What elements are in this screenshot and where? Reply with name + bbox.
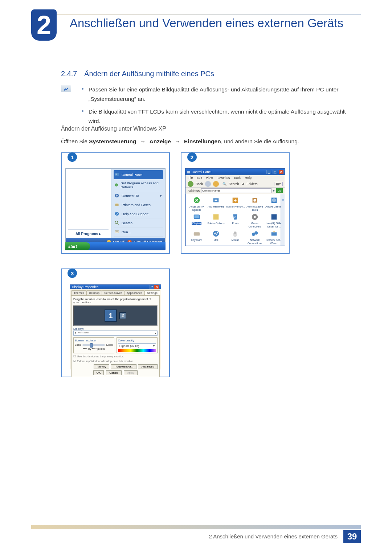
color-quality-box: Color quality Highest (32 bit) ▾ xyxy=(117,337,158,353)
identify-button[interactable]: Identify xyxy=(94,364,110,369)
chevron-down-icon: ▾ xyxy=(155,332,156,335)
step-badge: 1 xyxy=(68,152,77,162)
svg-rect-25 xyxy=(271,214,277,220)
tab-themes[interactable]: Themes xyxy=(71,290,87,295)
menu-item-icon xyxy=(114,220,119,225)
control-panel-item[interactable]: Add Hardware xyxy=(207,196,225,212)
item-icon xyxy=(193,230,201,238)
close-button[interactable]: ✕ xyxy=(279,170,283,174)
control-panel-item[interactable]: Accessibility Options xyxy=(187,196,206,212)
chapter-title: Anschließen und Verwenden eines externen… xyxy=(70,16,359,30)
item-icon xyxy=(231,230,239,238)
start-menu-item[interactable]: Connect To▸ xyxy=(114,191,163,200)
tab-screen-saver[interactable]: Screen Saver xyxy=(102,290,124,295)
svg-text:A: A xyxy=(234,215,237,219)
forward-icon[interactable] xyxy=(205,181,211,187)
back-icon[interactable] xyxy=(188,181,193,187)
search-icon[interactable]: 🔍 xyxy=(222,182,226,186)
svg-text:?: ? xyxy=(116,212,118,216)
menu-item[interactable]: Edit xyxy=(197,176,203,180)
menu-item[interactable]: Favorites xyxy=(216,176,230,180)
header-rule xyxy=(31,14,361,15)
resolution-slider[interactable] xyxy=(82,344,105,346)
display-dropdown[interactable]: 1. ********** ▾ xyxy=(73,331,158,336)
chapter-number: 2 xyxy=(37,12,51,38)
up-icon[interactable] xyxy=(213,181,219,187)
go-button[interactable]: Go xyxy=(276,188,283,193)
start-menu-right: Control PanelSet Program Access and Defa… xyxy=(111,169,165,238)
dropdown-icon[interactable]: ▾ xyxy=(273,189,275,193)
start-menu-item[interactable]: Printers and Faxes xyxy=(114,200,163,209)
menu-item-icon xyxy=(114,229,119,234)
cancel-button[interactable]: Cancel xyxy=(106,370,122,375)
tab-bar: ThemesDesktopScreen SaverAppearanceSetti… xyxy=(70,289,161,295)
control-panel-item[interactable]: Display xyxy=(187,213,206,228)
minimize-button[interactable]: _ xyxy=(266,170,271,174)
footer-rule xyxy=(31,525,361,529)
svg-rect-1 xyxy=(116,174,117,175)
toolbar: Back 🔍 Search 🗂 Folders ▦▾ xyxy=(185,180,285,188)
menu-item[interactable]: Tools xyxy=(233,176,241,180)
svg-rect-21 xyxy=(194,215,199,218)
page-number: 39 xyxy=(343,530,361,543)
tab-appearance[interactable]: Appearance xyxy=(124,290,145,295)
close-button[interactable]: ✕ xyxy=(154,285,159,289)
color-dropdown[interactable]: Highest (32 bit) ▾ xyxy=(118,343,156,348)
ok-button[interactable]: OK xyxy=(93,370,104,375)
start-menu-item[interactable]: Set Program Access and Defaults xyxy=(114,179,163,191)
extend-desktop-checkbox[interactable]: ☑Extend my Windows desktop onto this mon… xyxy=(73,360,158,363)
control-panel-item[interactable]: Network Connections xyxy=(245,230,264,245)
item-icon xyxy=(193,213,201,221)
hint-text: Drag the monitor icons to match the phys… xyxy=(73,297,158,304)
screen-resolution-box: Screen resolution Less More **** by ****… xyxy=(73,337,114,353)
primary-monitor-checkbox[interactable]: ☐Use this device as the primary monitor. xyxy=(73,355,158,358)
taskbar: start xyxy=(65,242,166,250)
control-panel-item[interactable]: Folder Options xyxy=(207,213,225,228)
footer-text: 2 Anschließen und Verwenden eines extern… xyxy=(209,533,338,539)
chevron-down-icon: ▾ xyxy=(153,344,155,348)
titlebar: Display Properties ? ✕ xyxy=(70,285,161,289)
menu-item[interactable]: File xyxy=(188,176,193,180)
help-button[interactable]: ? xyxy=(150,285,154,289)
resolution-text: **** by **** pixels xyxy=(75,347,113,350)
advanced-button[interactable]: Advanced xyxy=(138,364,158,369)
start-menu-item[interactable]: Control Panel xyxy=(114,170,163,179)
tab-settings[interactable]: Settings xyxy=(144,290,160,295)
folders-icon[interactable]: 🗂 xyxy=(241,182,245,186)
control-panel-item[interactable]: Add or Remov... xyxy=(226,196,245,212)
item-icon xyxy=(251,230,259,238)
svg-point-17 xyxy=(253,199,256,201)
monitor-1[interactable]: 1 xyxy=(105,309,117,322)
tab-desktop[interactable]: Desktop xyxy=(86,290,102,295)
menu-item-icon: ? xyxy=(114,211,119,216)
menu-item[interactable]: Help xyxy=(245,176,252,180)
start-menu-item[interactable]: Run... xyxy=(114,227,163,237)
control-panel-item[interactable]: Administrative Tools xyxy=(245,196,264,212)
svg-rect-26 xyxy=(193,232,200,235)
control-panel-item[interactable]: Mouse xyxy=(226,230,245,245)
search-label: Search xyxy=(229,182,239,186)
address-field[interactable]: Control Panel xyxy=(201,188,271,193)
all-programs[interactable]: All Programs ▸ xyxy=(68,229,109,236)
note-item: Die Bildqualität von TFT LCDs kann sich … xyxy=(82,107,348,126)
section-number: 2.4.7 xyxy=(61,70,77,78)
start-menu-item[interactable]: Search xyxy=(114,218,163,227)
monitor-2[interactable]: 2 xyxy=(119,312,126,319)
menu-item[interactable]: View xyxy=(206,176,213,180)
maximize-button[interactable]: ◻ xyxy=(273,170,277,174)
control-panel-item[interactable]: AFonts xyxy=(226,213,245,228)
start-menu-item[interactable]: ?Help and Support xyxy=(114,209,163,218)
views-button[interactable]: ▦▾ xyxy=(274,182,283,186)
troubleshoot-button[interactable]: Troubleshoot... xyxy=(111,364,136,369)
control-panel-item[interactable]: Keyboard xyxy=(187,230,206,245)
screenshot-step-2: 2 ▦ Control Panel _ ◻ ✕ FileEditViewFavo… xyxy=(181,152,290,254)
control-panel-item[interactable]: Game Controllers xyxy=(245,213,264,228)
start-menu: All Programs ▸ Control PanelSet Program … xyxy=(65,168,166,246)
control-panel-item[interactable]: Mail xyxy=(207,230,225,245)
window-icon: ▦ xyxy=(187,170,190,174)
start-button[interactable]: start xyxy=(65,242,90,250)
note-icon xyxy=(61,85,71,92)
scrollbar[interactable] xyxy=(281,194,285,246)
monitor-arrangement[interactable]: 1 2 xyxy=(73,305,158,326)
menu-item-icon xyxy=(114,182,118,188)
